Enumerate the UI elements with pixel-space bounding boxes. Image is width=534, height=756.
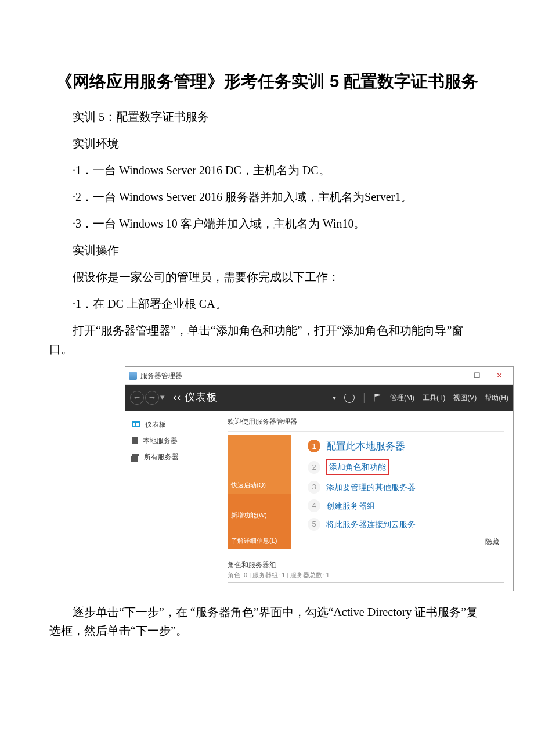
steps-column: 1 配置此本地服务器 2 添加角色和功能 3 添加要管理的其他服务器 4 bbox=[291, 435, 504, 551]
para-env-1: ·1．一台 Windows Server 2016 DC，主机名为 DC。 bbox=[49, 161, 485, 179]
para-env-3: ·3．一台 Windows 10 客户端并加入域，主机名为 Win10。 bbox=[49, 214, 485, 233]
tile-quickstart[interactable]: 快速启动(Q) bbox=[228, 435, 291, 494]
step-label: 配置此本地服务器 bbox=[326, 439, 405, 454]
window-titlebar: 服务器管理器 — ☐ ✕ bbox=[125, 367, 513, 385]
hide-link[interactable]: 隐藏 bbox=[485, 537, 504, 547]
step-number-icon: 4 bbox=[308, 499, 320, 512]
para-env-heading: 实训环境 bbox=[49, 134, 485, 153]
close-button[interactable]: ✕ bbox=[489, 369, 510, 382]
para-op-heading: 实训操作 bbox=[49, 241, 485, 260]
menu-view[interactable]: 视图(V) bbox=[453, 393, 477, 403]
menu-manage[interactable]: 管理(M) bbox=[390, 393, 414, 403]
para-task-1: ·1．在 DC 上部署企业根 CA。 bbox=[49, 294, 485, 313]
sidebar-label: 所有服务器 bbox=[144, 452, 179, 462]
back-button[interactable]: ← bbox=[130, 391, 144, 405]
para-instruction-2: 逐步单击“下一步”，在 “服务器角色”界面中，勾选“Active Directo… bbox=[49, 603, 485, 640]
step-number-icon: 3 bbox=[308, 481, 320, 494]
roles-groups-title: 角色和服务器组 bbox=[228, 560, 504, 570]
all-servers-icon bbox=[132, 454, 139, 460]
refresh-icon[interactable] bbox=[344, 393, 355, 403]
step-label: 将此服务器连接到云服务 bbox=[326, 519, 416, 531]
step-2-add-roles[interactable]: 2 添加角色和功能 bbox=[308, 459, 504, 475]
window-controls: — ☐ ✕ bbox=[445, 369, 510, 382]
tile-row: 快速启动(Q) 新增功能(W) 了解详细信息(L) 1 配置此本地服务器 2 添… bbox=[228, 435, 504, 551]
main-body: 仪表板 本地服务器 所有服务器 欢迎使用服务器管理器 快速启动(Q) 新增功能(… bbox=[125, 411, 513, 591]
sidebar-item-all[interactable]: 所有服务器 bbox=[125, 449, 218, 465]
step-label: 创建服务器组 bbox=[326, 500, 375, 512]
tile-learnmore[interactable]: 了解详细信息(L) bbox=[228, 524, 291, 549]
breadcrumb: ‹‹ 仪表板 bbox=[173, 390, 218, 405]
welcome-heading: 欢迎使用服务器管理器 bbox=[228, 416, 504, 432]
step-number-icon: 1 bbox=[308, 440, 320, 452]
quickstart-column: 快速启动(Q) 新增功能(W) 了解详细信息(L) bbox=[228, 435, 291, 551]
roles-groups-section: 角色和服务器组 角色: 0 | 服务器组: 1 | 服务器总数: 1 bbox=[228, 556, 504, 583]
tile-whatsnew[interactable]: 新增功能(W) bbox=[228, 494, 291, 524]
nav-dropdown-icon[interactable]: ▾ bbox=[160, 391, 165, 404]
sidebar-item-dashboard[interactable]: 仪表板 bbox=[125, 416, 218, 433]
separator: | bbox=[363, 390, 366, 405]
sidebar: 仪表板 本地服务器 所有服务器 bbox=[125, 411, 218, 591]
para-env-2: ·2．一台 Windows Server 2016 服务器并加入域，主机名为Se… bbox=[49, 188, 485, 206]
server-manager-screenshot: 服务器管理器 — ☐ ✕ ← → ▾ ‹‹ 仪表板 ▾ | 管理(M) 工具(T… bbox=[125, 366, 514, 591]
menu-tools[interactable]: 工具(T) bbox=[423, 393, 445, 403]
breadcrumb-dropdown-icon[interactable]: ▾ bbox=[333, 393, 336, 403]
app-icon bbox=[129, 372, 137, 380]
sidebar-label: 仪表板 bbox=[145, 419, 166, 430]
document-content: 《网络应用服务管理》形考任务实训 5 配置数字证书服务 实训 5：配置数字证书服… bbox=[49, 70, 485, 640]
menu-help[interactable]: 帮助(H) bbox=[485, 393, 508, 403]
step-label: 添加要管理的其他服务器 bbox=[326, 481, 416, 494]
step-5[interactable]: 5 将此服务器连接到云服务 bbox=[308, 518, 504, 531]
step-label: 添加角色和功能 bbox=[326, 459, 389, 475]
doc-title: 《网络应用服务管理》形考任务实训 5 配置数字证书服务 bbox=[49, 70, 485, 93]
para-subtitle: 实训 5：配置数字证书服务 bbox=[49, 107, 485, 126]
sidebar-item-local[interactable]: 本地服务器 bbox=[125, 433, 218, 449]
window-title: 服务器管理器 bbox=[140, 370, 445, 381]
dashboard-icon bbox=[132, 421, 140, 427]
nav-arrows: ← → ▾ bbox=[130, 391, 165, 405]
para-instruction-1: 打开“服务器管理器”，单击“添加角色和功能”，打开“添加角色和功能向导”窗口。 bbox=[49, 321, 485, 358]
hide-row: 隐藏 bbox=[308, 537, 504, 547]
roles-groups-counts: 角色: 0 | 服务器组: 1 | 服务器总数: 1 bbox=[228, 570, 504, 583]
local-server-icon bbox=[132, 437, 138, 444]
notifications-flag-icon[interactable] bbox=[374, 394, 382, 402]
para-op-intro: 假设你是一家公司的管理员，需要你完成以下工作： bbox=[49, 268, 485, 286]
step-1[interactable]: 1 配置此本地服务器 bbox=[308, 439, 504, 454]
step-number-icon: 5 bbox=[308, 518, 320, 531]
minimize-button[interactable]: — bbox=[445, 369, 466, 382]
step-4[interactable]: 4 创建服务器组 bbox=[308, 499, 504, 512]
header-bar: ← → ▾ ‹‹ 仪表板 ▾ | 管理(M) 工具(T) 视图(V) 帮助(H) bbox=[125, 385, 513, 411]
step-number-icon: 2 bbox=[308, 461, 320, 474]
sidebar-label: 本地服务器 bbox=[143, 435, 178, 446]
main-panel: 欢迎使用服务器管理器 快速启动(Q) 新增功能(W) 了解详细信息(L) 1 配… bbox=[218, 411, 513, 591]
header-right: ▾ | 管理(M) 工具(T) 视图(V) 帮助(H) bbox=[333, 390, 508, 405]
maximize-button[interactable]: ☐ bbox=[467, 369, 488, 382]
step-3[interactable]: 3 添加要管理的其他服务器 bbox=[308, 481, 504, 494]
forward-button[interactable]: → bbox=[145, 391, 159, 405]
